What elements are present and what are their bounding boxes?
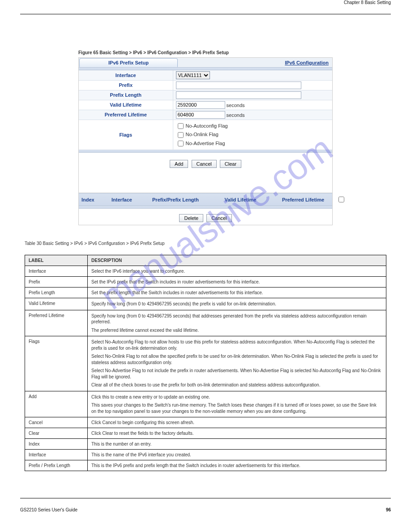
row-interface: Interface Select the IPv6 interface you … — [25, 266, 386, 277]
col-valid: Valid Lifetime — [211, 197, 270, 202]
tab-ipv6-prefix-setup[interactable]: IPv6 Prefix Setup — [79, 58, 178, 67]
checkbox-no-advertise[interactable] — [178, 141, 184, 146]
delete-button[interactable]: Delete — [179, 214, 203, 222]
row-prefix: Prefix Set the IPv6 prefix that the Swit… — [25, 277, 386, 287]
prefix-setup-panel: IPv6 Prefix Setup IPv6 Configuration Int… — [78, 57, 333, 225]
flag-row-noonlink: No-Onlink Flag — [176, 130, 333, 139]
label-preferred-lifetime: Preferred Lifetime — [79, 110, 173, 120]
row-cancel: Cancel Click Cancel to begin configuring… — [25, 417, 386, 428]
footer-left: GS2210 Series User's Guide — [20, 507, 77, 512]
input-prefix[interactable] — [176, 82, 301, 89]
row-flags: Flags Select No-Autoconfig Flag to not a… — [25, 336, 386, 391]
col-prefix: Prefix/Prefix Length — [140, 197, 211, 202]
label-valid-lifetime: Valid Lifetime — [79, 100, 173, 110]
list-header: Index Interface Prefix/Prefix Length Val… — [79, 193, 332, 206]
footer-page: 96 — [386, 507, 391, 512]
rule-bottom — [20, 498, 391, 498]
unit-valid: seconds — [227, 102, 245, 107]
row-prefix-length: Prefix Length Set the prefix length that… — [25, 287, 386, 298]
table-caption: Table 30 Basic Setting > IPv6 > IPv6 Con… — [25, 241, 386, 246]
row-index: Index This is the number of an entry. — [25, 439, 386, 450]
checkbox-no-autoconfig[interactable] — [178, 123, 184, 129]
col-index: Index — [81, 197, 104, 202]
rule-top — [20, 14, 391, 14]
th-description: DESCRIPTION — [88, 255, 386, 266]
flag-row-noautoconf: No-Autoconfig Flag — [176, 122, 333, 131]
col-interface: Interface — [104, 197, 140, 202]
description-table: LABEL DESCRIPTION Interface Select the I… — [25, 255, 386, 471]
input-preferred-lifetime[interactable] — [176, 111, 225, 119]
link-ipv6-configuration[interactable]: IPv6 Configuration — [285, 60, 329, 65]
input-prefix-length[interactable] — [176, 91, 301, 99]
row-interface-2: Interface This is the name of the IPv6 i… — [25, 450, 386, 460]
th-label: LABEL — [25, 255, 88, 266]
row-add: Add Click this to create a new entry or … — [25, 391, 386, 417]
cancel-button-2[interactable]: Cancel — [206, 214, 231, 222]
label-interface: Interface — [79, 70, 173, 80]
cancel-button[interactable]: Cancel — [192, 160, 217, 168]
clear-button[interactable]: Clear — [220, 160, 241, 168]
add-button[interactable]: Add — [170, 160, 188, 168]
header-chapter: Chapter 8 Basic Setting — [344, 0, 391, 5]
select-interface[interactable]: VLAN1111 — [176, 71, 210, 79]
row-clear: Clear Click Clear to reset the fields to… — [25, 428, 386, 439]
col-preferred: Preferred Lifetime — [270, 197, 337, 202]
row-valid-lifetime: Valid Lifetime Specify how long (from 0 … — [25, 298, 386, 310]
input-valid-lifetime[interactable] — [176, 101, 225, 109]
label-flags: Flags — [79, 120, 173, 150]
prefix-form: Interface VLAN1111 Prefix Prefix Length … — [79, 70, 332, 150]
checkbox-no-onlink[interactable] — [178, 132, 184, 138]
label-prefix: Prefix — [79, 80, 173, 90]
row-prefix-prefix-length: Prefix / Prefix Length This is the IPv6 … — [25, 460, 386, 471]
row-preferred-lifetime: Preferred Lifetime Specify how long (fro… — [25, 310, 386, 336]
label-prefix-length: Prefix Length — [79, 90, 173, 100]
figure-caption: Figure 65 Basic Setting > IPv6 > IPv6 Co… — [78, 50, 333, 55]
list-separator — [79, 175, 332, 193]
checkbox-select-all[interactable] — [338, 197, 344, 202]
flag-row-noadv: No-Advertise Flag — [176, 139, 333, 148]
unit-preferred: seconds — [227, 112, 245, 117]
